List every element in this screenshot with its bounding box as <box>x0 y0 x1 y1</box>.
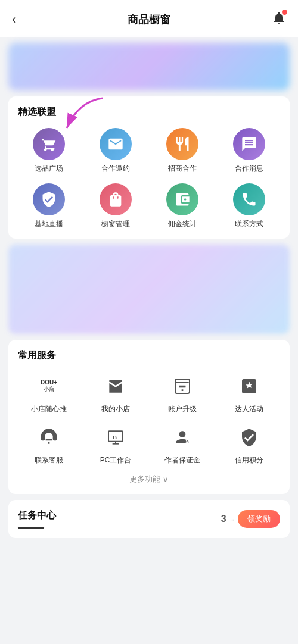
author-bond-icon: ¥ <box>167 423 197 452</box>
promo-area <box>8 245 290 334</box>
task-underline <box>18 527 44 529</box>
coop-msg-icon <box>233 128 265 160</box>
base-live-icon <box>33 183 65 215</box>
more-features-label: 更多功能 <box>129 474 160 484</box>
credit-icon <box>234 423 264 452</box>
coop-invite-icon <box>100 128 132 160</box>
my-shop-icon <box>101 371 131 401</box>
services-title: 常用服务 <box>18 349 280 362</box>
more-features-button[interactable]: 更多功能 ∨ <box>18 474 280 484</box>
select-market-label: 选品广场 <box>35 164 63 174</box>
icon-item-coop-invite[interactable]: 合作邀约 <box>85 128 147 174</box>
acct-upgrade-icon <box>167 371 197 401</box>
customer-svc-label: 联系客服 <box>35 455 63 465</box>
header: ‹ 商品橱窗 <box>0 0 298 37</box>
chevron-down-icon: ∨ <box>163 475 169 484</box>
jingxuan-card: 精选联盟 选品广场 <box>8 96 290 239</box>
notification-dot <box>282 10 287 15</box>
task-count: 3 <box>221 514 226 524</box>
services-grid: DOU+ 小店 小店随心推 我的小店 账户升级 <box>18 371 280 465</box>
service-credit[interactable]: 信用积分 <box>218 423 280 465</box>
my-shop-label: 我的小店 <box>101 404 130 414</box>
merchant-coop-label: 招商合作 <box>168 164 197 174</box>
coop-msg-label: 合作消息 <box>235 164 263 174</box>
icon-item-merchant-coop[interactable]: 招商合作 <box>151 128 213 174</box>
contact-label: 联系方式 <box>235 219 263 229</box>
service-author-bond[interactable]: ¥ 作者保证金 <box>151 423 213 465</box>
pc-work-label: PC工作台 <box>100 455 132 465</box>
window-mgmt-icon <box>100 183 132 215</box>
commission-icon <box>166 183 198 215</box>
merchant-coop-icon <box>166 128 198 160</box>
service-pc-work[interactable]: B PC工作台 <box>85 423 147 465</box>
coop-invite-label: 合作邀约 <box>101 164 130 174</box>
bell-icon <box>272 13 286 28</box>
contact-icon <box>233 183 265 215</box>
task-center-card: 任务中心 3 ·· 领奖励 <box>8 500 290 538</box>
services-card: 常用服务 DOU+ 小店 小店随心推 我的小店 <box>8 340 290 494</box>
credit-label: 信用积分 <box>235 455 263 465</box>
icon-item-commission[interactable]: 佣金统计 <box>151 183 213 229</box>
commission-label: 佣金统计 <box>168 219 197 229</box>
author-bond-label: 作者保证金 <box>164 455 200 465</box>
page-title: 商品橱窗 <box>128 12 170 27</box>
task-left: 任务中心 <box>18 509 56 529</box>
talent-act-icon <box>234 371 264 401</box>
service-talent-act[interactable]: 达人活动 <box>218 371 280 414</box>
icon-item-coop-msg[interactable]: 合作消息 <box>218 128 280 174</box>
pc-work-icon: B <box>101 423 131 452</box>
service-acct-upgrade[interactable]: 账户升级 <box>151 371 213 414</box>
banner-area <box>8 43 290 90</box>
task-right: 3 ·· 领奖励 <box>221 510 280 528</box>
window-mgmt-label: 橱窗管理 <box>101 219 130 229</box>
service-customer-svc[interactable]: 联系客服 <box>18 423 80 465</box>
icon-item-select-market[interactable]: 选品广场 <box>18 128 80 174</box>
task-count-suffix: ·· <box>230 515 234 524</box>
shop-push-label: 小店随心推 <box>31 404 67 414</box>
base-live-label: 基地直播 <box>35 219 63 229</box>
back-button[interactable]: ‹ <box>12 12 16 27</box>
claim-reward-button[interactable]: 领奖励 <box>238 510 280 528</box>
service-my-shop[interactable]: 我的小店 <box>85 371 147 414</box>
bell-button[interactable] <box>272 11 286 29</box>
task-center-title: 任务中心 <box>18 509 56 522</box>
shop-push-icon: DOU+ 小店 <box>34 371 64 401</box>
svg-text:¥: ¥ <box>185 439 189 446</box>
select-market-icon <box>33 128 65 160</box>
icon-item-window-mgmt[interactable]: 橱窗管理 <box>85 183 147 229</box>
jingxuan-grid: 选品广场 合作邀约 招商合作 <box>18 128 280 229</box>
customer-svc-icon <box>34 423 64 452</box>
talent-act-label: 达人活动 <box>235 404 263 414</box>
jingxuan-title: 精选联盟 <box>18 106 280 118</box>
service-shop-push[interactable]: DOU+ 小店 小店随心推 <box>18 371 80 414</box>
acct-upgrade-label: 账户升级 <box>168 404 197 414</box>
icon-item-contact[interactable]: 联系方式 <box>218 183 280 229</box>
icon-item-base-live[interactable]: 基地直播 <box>18 183 80 229</box>
svg-text:B: B <box>113 434 117 440</box>
